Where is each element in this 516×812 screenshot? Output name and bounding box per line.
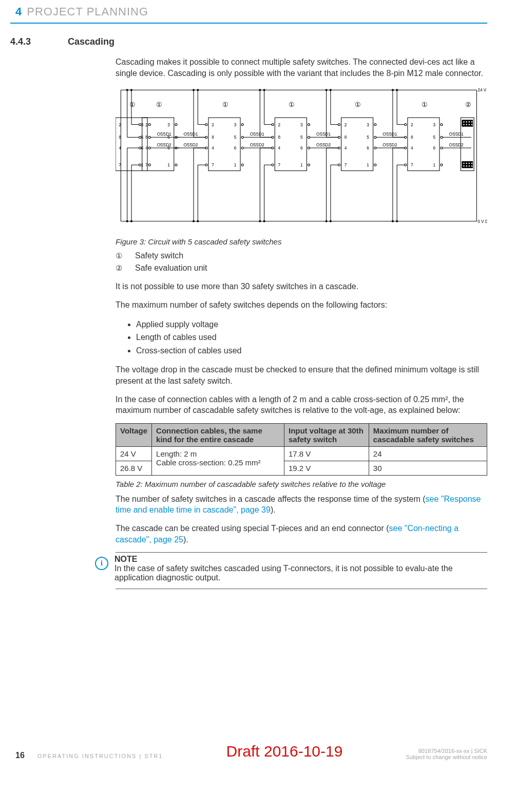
svg-text:②: ② — [465, 101, 471, 109]
svg-point-57 — [469, 165, 470, 166]
legend-text: Safety switch — [135, 251, 183, 260]
legend-item: ② Safe evaluation unit — [116, 263, 487, 273]
table-caption: Table 2: Maximum number of cascadable sa… — [116, 480, 487, 488]
cascade-table: Voltage Connection cables, the same kind… — [116, 423, 487, 476]
svg-text:①: ① — [129, 101, 136, 109]
table-header: Maximum number of cascadable safety swit… — [369, 423, 487, 446]
note-rule-bottom — [116, 589, 487, 589]
svg-point-46 — [471, 121, 472, 122]
page-number: 16 — [15, 751, 25, 760]
table-row: 24 V Length: 2 m Cable cross-section: 0.… — [116, 446, 487, 461]
svg-point-45 — [469, 121, 470, 122]
info-icon: i — [95, 557, 108, 570]
doc-id: 8018754/2016-xx-xx | SICK — [406, 748, 487, 754]
table-header: Voltage — [116, 423, 152, 446]
svg-text:0 V DC: 0 V DC — [477, 219, 487, 224]
running-head: 4 PROJECT PLANNING — [10, 5, 487, 18]
draft-watermark: Draft 2016-10-19 — [226, 743, 343, 760]
chapter-title: PROJECT PLANNING — [27, 5, 148, 18]
table-cell: 26.8 V — [116, 461, 152, 475]
table-cell: 24 V — [116, 446, 152, 461]
body-paragraph: The number of safety switches in a casca… — [116, 494, 487, 516]
table-cell: 17.8 V — [284, 446, 369, 461]
svg-point-50 — [471, 124, 472, 125]
svg-point-23 — [148, 164, 150, 166]
header-rule — [10, 23, 487, 24]
svg-point-53 — [469, 163, 470, 164]
legend-item: ① Safety switch — [116, 251, 487, 260]
svg-point-56 — [466, 165, 467, 166]
page-footer: 16 OPERATING INSTRUCTIONS | STR1 Draft 2… — [10, 743, 487, 765]
list-item: Applied supply voltage — [136, 318, 487, 331]
svg-point-22 — [148, 147, 150, 149]
svg-text:24 V DC: 24 V DC — [477, 88, 487, 93]
legend-text: Safe evaluation unit — [135, 263, 207, 273]
chapter-number: 4 — [15, 5, 22, 18]
legend-marker: ① — [116, 251, 122, 260]
legend-marker: ② — [116, 263, 122, 273]
disclaimer: Subject to change without notice — [406, 754, 487, 760]
svg-point-55 — [463, 165, 464, 166]
intro-paragraph: Cascading makes it possible to connect m… — [116, 56, 487, 79]
svg-rect-41 — [462, 120, 473, 126]
svg-point-49 — [469, 124, 470, 125]
body-paragraph: The maximum number of safety switches de… — [116, 299, 487, 311]
svg-text:4: 4 — [119, 146, 121, 150]
table-header: Input voltage at 30th safety switch — [284, 423, 369, 446]
note-block: i NOTE In the case of safety switches ca… — [95, 555, 487, 582]
svg-text:8: 8 — [119, 136, 121, 140]
svg-text:7: 7 — [119, 163, 121, 167]
bullet-list: Applied supply voltage Length of cables … — [116, 318, 487, 357]
svg-point-21 — [148, 136, 150, 138]
body-paragraph: The voltage drop in the cascade must be … — [116, 364, 487, 386]
svg-point-44 — [466, 121, 467, 122]
section-number: 4.4.3 — [10, 36, 31, 47]
table-cell: 24 — [369, 446, 487, 461]
svg-point-54 — [471, 163, 472, 164]
note-text: In the case of safety switches cascaded … — [114, 564, 487, 582]
table-header-row: Voltage Connection cables, the same kind… — [116, 423, 487, 446]
list-item: Length of cables used — [136, 331, 487, 344]
note-rule-top — [116, 552, 487, 553]
table-cell: Length: 2 m Cable cross-section: 0.25 mm… — [152, 446, 284, 475]
table-cell: 19.2 V — [284, 461, 369, 475]
svg-point-58 — [471, 165, 472, 166]
table-header: Connection cables, the same kind for the… — [152, 423, 284, 446]
section-title: Cascading — [68, 36, 114, 47]
figure-caption: Figure 3: Circuit with 5 cascaded safety… — [116, 237, 487, 246]
circuit-figure: .l{stroke:#000;stroke-width:1;fill:none}… — [116, 86, 487, 229]
list-item: Cross-section of cables used — [136, 344, 487, 357]
body-paragraph: The cascade can be created using special… — [116, 523, 487, 545]
svg-rect-42 — [462, 161, 473, 168]
svg-point-20 — [148, 124, 150, 126]
section-heading: 4.4.3 Cascading — [10, 36, 487, 47]
svg-point-51 — [463, 163, 464, 164]
body-paragraph: It is not possible to use more than 30 s… — [116, 281, 487, 292]
svg-point-43 — [463, 121, 464, 122]
body-paragraph: In the case of connection cables with a … — [116, 394, 487, 416]
svg-point-48 — [466, 124, 467, 125]
svg-text:2: 2 — [119, 123, 121, 127]
table-cell: 30 — [369, 461, 487, 475]
note-heading: NOTE — [114, 555, 487, 564]
manual-title: OPERATING INSTRUCTIONS | STR1 — [37, 753, 163, 759]
svg-point-47 — [463, 124, 464, 125]
svg-point-52 — [466, 163, 467, 164]
